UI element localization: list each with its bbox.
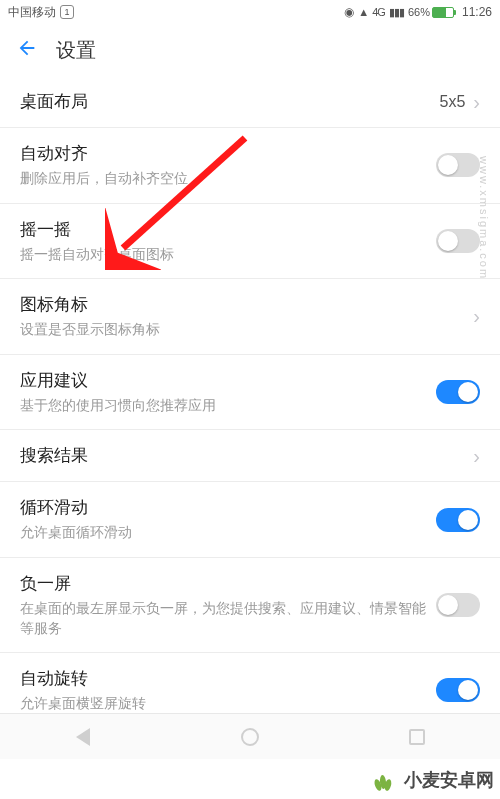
settings-list: 桌面布局 5x5 › 自动对齐 删除应用后，自动补齐空位 摇一摇 摇一摇自动对齐… <box>0 76 500 729</box>
nav-recents-button[interactable] <box>404 724 430 750</box>
row-subtitle: 设置是否显示图标角标 <box>20 320 473 340</box>
row-search-results[interactable]: 搜索结果 › <box>0 430 500 482</box>
row-icon-badge[interactable]: 图标角标 设置是否显示图标角标 › <box>0 279 500 355</box>
nav-back-button[interactable] <box>70 724 96 750</box>
arrow-left-icon <box>16 37 38 59</box>
row-value: 5x5 <box>440 93 466 111</box>
status-left: 中国移动 1 <box>8 4 74 21</box>
watermark-text: 小麦安卓网 <box>404 768 494 792</box>
battery-indicator: 66% <box>408 6 454 18</box>
battery-percent: 66% <box>408 6 430 18</box>
eye-comfort-icon: ◉ <box>344 5 354 19</box>
row-title: 应用建议 <box>20 369 436 392</box>
toggle-app-suggestions[interactable] <box>436 380 480 404</box>
row-subtitle: 摇一摇自动对齐桌面图标 <box>20 245 436 265</box>
row-subtitle: 基于您的使用习惯向您推荐应用 <box>20 396 436 416</box>
toggle-minus-one-screen[interactable] <box>436 593 480 617</box>
row-subtitle: 允许桌面循环滑动 <box>20 523 436 543</box>
row-minus-one-screen[interactable]: 负一屏 在桌面的最左屏显示负一屏，为您提供搜索、应用建议、情景智能等服务 <box>0 558 500 653</box>
status-bar: 中国移动 1 ◉ ▲ 4G ▮▮▮ 66% 11:26 <box>0 0 500 24</box>
row-subtitle: 删除应用后，自动补齐空位 <box>20 169 436 189</box>
circle-home-icon <box>241 728 259 746</box>
network-type-label: 4G <box>372 6 385 18</box>
row-title: 图标角标 <box>20 293 473 316</box>
carrier-label: 中国移动 <box>8 4 56 21</box>
chevron-right-icon: › <box>473 92 480 112</box>
back-button[interactable] <box>16 37 38 63</box>
row-title: 搜索结果 <box>20 444 473 467</box>
row-title: 自动旋转 <box>20 667 436 690</box>
row-title: 摇一摇 <box>20 218 436 241</box>
signal-icon: ▮▮▮ <box>389 6 404 19</box>
row-desktop-layout[interactable]: 桌面布局 5x5 › <box>0 76 500 128</box>
row-shake[interactable]: 摇一摇 摇一摇自动对齐桌面图标 <box>0 204 500 280</box>
chevron-right-icon: › <box>473 306 480 326</box>
toggle-auto-rotate[interactable] <box>436 678 480 702</box>
toggle-loop-scroll[interactable] <box>436 508 480 532</box>
clock: 11:26 <box>462 5 492 19</box>
row-title: 桌面布局 <box>20 90 440 113</box>
wifi-icon: ▲ <box>358 6 368 18</box>
toggle-auto-align[interactable] <box>436 153 480 177</box>
row-subtitle: 在桌面的最左屏显示负一屏，为您提供搜索、应用建议、情景智能等服务 <box>20 599 436 638</box>
status-right: ◉ ▲ 4G ▮▮▮ 66% 11:26 <box>344 5 492 19</box>
page-title: 设置 <box>56 37 96 64</box>
row-loop-scroll[interactable]: 循环滑动 允许桌面循环滑动 <box>0 482 500 558</box>
square-recents-icon <box>409 729 425 745</box>
watermark: 小麦安卓网 <box>368 765 494 795</box>
row-title: 自动对齐 <box>20 142 436 165</box>
row-title: 负一屏 <box>20 572 436 595</box>
row-app-suggestions[interactable]: 应用建议 基于您的使用习惯向您推荐应用 <box>0 355 500 431</box>
watermark-url: www.xmsigma.com <box>478 156 490 280</box>
row-subtitle: 允许桌面横竖屏旋转 <box>20 694 436 714</box>
toggle-shake[interactable] <box>436 229 480 253</box>
sim-slot-badge: 1 <box>60 5 74 19</box>
nav-home-button[interactable] <box>237 724 263 750</box>
triangle-back-icon <box>76 728 90 746</box>
wheat-logo-icon <box>368 765 398 795</box>
row-title: 循环滑动 <box>20 496 436 519</box>
system-nav-bar <box>0 713 500 759</box>
chevron-right-icon: › <box>473 446 480 466</box>
app-header: 设置 <box>0 24 500 76</box>
battery-icon <box>432 7 454 18</box>
row-auto-align[interactable]: 自动对齐 删除应用后，自动补齐空位 <box>0 128 500 204</box>
